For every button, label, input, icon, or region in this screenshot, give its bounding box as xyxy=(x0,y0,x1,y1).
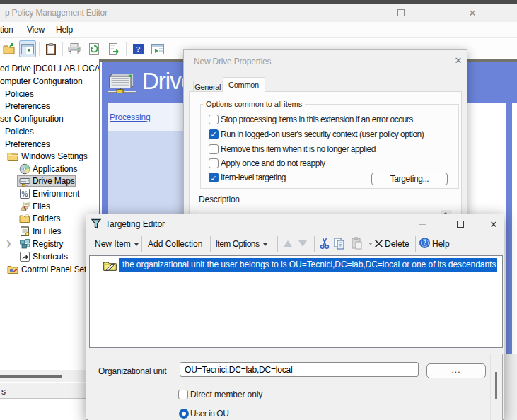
user-in-ou-label: User in OU xyxy=(190,409,228,419)
registry-icon xyxy=(19,238,30,250)
tree-item-computer-configuration[interactable]: omputer Configuration xyxy=(0,75,83,88)
tree-item-preferences-user[interactable]: Preferences xyxy=(5,138,50,151)
print-icon[interactable] xyxy=(66,40,83,57)
targeting-editor-title: Targeting Editor xyxy=(105,219,165,229)
targeting-button[interactable]: Targeting... xyxy=(371,173,448,185)
tree-item-files[interactable]: Files xyxy=(0,200,18,213)
tab-common[interactable]: Common xyxy=(223,77,265,92)
organizational-unit-label: Organizational unit xyxy=(98,366,166,376)
menu-help[interactable]: Help xyxy=(56,25,73,35)
dropdown-caret-icon xyxy=(134,243,139,246)
tree-item-registry[interactable]: ❯ Registry xyxy=(0,238,30,250)
content-right-lower xyxy=(504,354,517,420)
cut-icon[interactable] xyxy=(319,238,330,250)
gpme-minimize-button[interactable] xyxy=(314,6,335,20)
tree-item-ini-files[interactable]: Ini Files xyxy=(0,225,28,238)
tree-scrollbar-thumb[interactable] xyxy=(0,375,62,378)
dropdown-caret-icon xyxy=(263,243,267,246)
background-window-strip: s xyxy=(0,383,86,399)
item-options-button[interactable]: Item Options xyxy=(216,239,267,249)
item-level-targeting-label: Item-level targeting xyxy=(221,173,286,182)
paste-dropdown-icon[interactable] xyxy=(368,243,373,245)
help-button[interactable]: Help xyxy=(432,239,450,249)
remove-item-label: Remove this item when it is no longer ap… xyxy=(221,144,376,154)
help-icon[interactable]: ? xyxy=(129,40,146,57)
processing-link[interactable]: Processing xyxy=(110,112,150,122)
tree-item-environment[interactable]: % Environment xyxy=(0,187,47,200)
item-level-targeting-checkbox[interactable] xyxy=(209,173,219,182)
copy-icon[interactable] xyxy=(334,238,345,250)
folders-icon xyxy=(19,213,30,224)
background-window-area xyxy=(0,399,86,420)
tree-item-policies-computer[interactable]: Policies xyxy=(5,88,34,100)
export-folder-icon[interactable] xyxy=(1,40,18,57)
move-up-icon[interactable] xyxy=(284,240,292,247)
apply-once-label: Apply once and do not reapply xyxy=(221,158,325,168)
paste-icon[interactable] xyxy=(42,40,59,57)
screen: p Policy Management Editor ✕ tion View H… xyxy=(0,0,517,420)
console-tree-toggle-icon[interactable] xyxy=(19,40,36,57)
te-minimize-button[interactable] xyxy=(413,217,431,231)
drive-dialog-close-button[interactable]: ✕ xyxy=(451,56,465,67)
gpme-close-button[interactable]: ✕ xyxy=(462,6,483,20)
stop-processing-checkbox[interactable] xyxy=(209,115,219,124)
export-list-icon[interactable] xyxy=(105,40,122,57)
tree-item-mapped-drive[interactable]: ed Drive [DC01.LAB.LOCA xyxy=(0,62,100,75)
drive-dialog-tabs: General Common xyxy=(184,77,468,92)
tree-item-folders[interactable]: Folders xyxy=(0,212,28,225)
expand-chevron-icon[interactable]: ❯ xyxy=(6,241,11,247)
run-context-checkbox[interactable] xyxy=(209,129,219,139)
user-in-ou-radio[interactable] xyxy=(179,409,189,419)
gpme-maximize-button[interactable] xyxy=(390,6,412,20)
direct-member-checkbox[interactable] xyxy=(178,390,188,399)
shortcuts-icon xyxy=(19,251,30,262)
console-tree: ed Drive [DC01.LAB.LOCA omputer Configur… xyxy=(0,58,100,383)
gpme-menubar: tion View Help xyxy=(0,22,517,38)
tree-item-control-panel-settings[interactable]: Control Panel Sett xyxy=(0,263,68,276)
menu-action[interactable]: tion xyxy=(0,25,13,35)
tree-item-applications[interactable]: Applications xyxy=(0,163,45,175)
funnel-icon xyxy=(91,218,102,229)
targeting-editor-toolbar: New Item Add Collection Item Options xyxy=(86,234,504,254)
move-down-icon[interactable] xyxy=(298,240,307,247)
tab-general[interactable]: General xyxy=(193,81,223,92)
tree-item-preferences-computer[interactable]: Preferences xyxy=(5,100,50,112)
targeting-editor-dialog: Targeting Editor ✕ New Item Add Collecti… xyxy=(86,214,504,420)
targeting-list-item[interactable]: the organizational unit the user belongs… xyxy=(119,258,497,272)
panel-scrollbar-thumb[interactable] xyxy=(495,372,497,399)
files-icon xyxy=(19,201,30,212)
remove-item-checkbox[interactable] xyxy=(209,144,219,154)
ou-item-icon xyxy=(103,261,117,271)
applications-icon xyxy=(19,163,30,175)
tree-item-drive-maps[interactable]: Drive Maps xyxy=(0,175,42,187)
add-collection-button[interactable]: Add Collection xyxy=(148,239,202,249)
te-maximize-button[interactable] xyxy=(451,217,470,231)
menu-view[interactable]: View xyxy=(27,25,45,35)
te-close-button[interactable]: ✕ xyxy=(484,217,503,231)
gpme-titlebar: p Policy Management Editor ✕ xyxy=(0,4,517,22)
delete-x-icon[interactable] xyxy=(374,239,383,248)
gpme-window-title: p Policy Management Editor xyxy=(5,8,108,18)
show-window-icon[interactable] xyxy=(149,40,166,57)
folder-icon xyxy=(7,151,18,162)
tree-item-policies-user[interactable]: Policies xyxy=(5,125,34,138)
tree-item-shortcuts[interactable]: Shortcuts xyxy=(0,250,35,263)
browse-button[interactable]: ... xyxy=(426,363,486,378)
apply-once-checkbox[interactable] xyxy=(209,158,219,168)
tree-item-user-configuration[interactable]: ser Configuration xyxy=(0,112,64,125)
new-item-button[interactable]: New Item xyxy=(95,239,139,249)
panel-scrollbar[interactable] xyxy=(490,354,502,420)
paste-disabled-icon[interactable] xyxy=(352,237,363,250)
tree-item-windows-settings[interactable]: Windows Settings xyxy=(0,150,66,163)
organizational-unit-input[interactable]: OU=Tecnici,DC=lab,DC=local xyxy=(180,362,419,377)
help-circle-icon[interactable]: ? xyxy=(419,238,430,248)
ini-files-icon xyxy=(19,226,30,237)
delete-button[interactable]: Delete xyxy=(385,239,409,249)
refresh-icon[interactable] xyxy=(86,40,103,57)
targeting-editor-titlebar: Targeting Editor ✕ xyxy=(86,214,504,234)
drive-dialog-title: New Drive Properties xyxy=(194,57,271,66)
run-context-label: Run in logged-on user's security context… xyxy=(221,129,424,139)
options-group-label: Options common to all items xyxy=(203,100,305,108)
control-panel-folder-icon xyxy=(7,264,18,275)
drive-maps-icon xyxy=(19,175,30,187)
